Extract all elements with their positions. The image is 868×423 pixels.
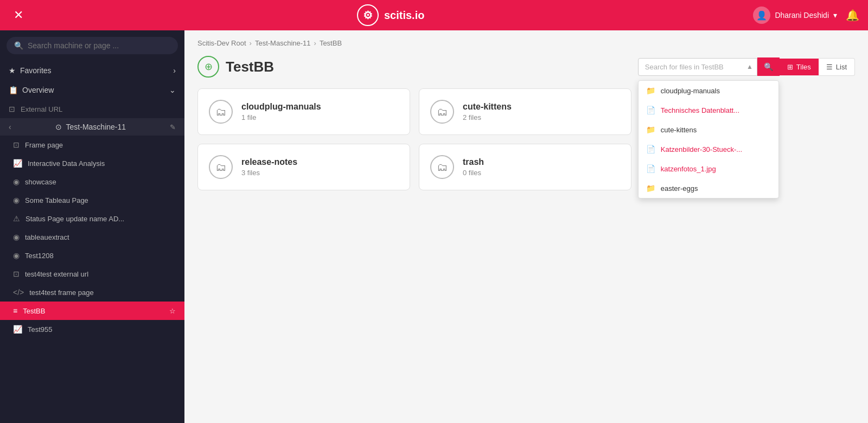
overview-label: Overview (22, 86, 54, 94)
sidebar-item-tableauextract[interactable]: ◉tableauextract (0, 228, 184, 246)
machine-name-area: ⊙ Test-Maschine-11 (55, 123, 126, 131)
sidebar: 🔍 ★ Favorites › 📋 Overview ⌄ ⊡ External … (0, 30, 184, 423)
favorites-section[interactable]: ★ Favorites › (0, 61, 184, 80)
nav-items-list: ⊡Frame page📈Interactive Data Analysis◉sh… (0, 136, 184, 338)
dropdown-item-cloudplug-manuals-folder[interactable]: 📁cloudplug-manuals (639, 81, 778, 100)
machine-actions: ✎ (170, 123, 176, 131)
tiles-grid-icon: ⊞ (787, 63, 793, 71)
tile-info: cloudplug-manuals1 file (241, 102, 321, 121)
search-icon: 🔍 (14, 41, 23, 50)
sidebar-item-label: TestBB (23, 307, 164, 315)
folder-icon: 📁 (646, 125, 655, 134)
tile-release-notes[interactable]: 🗂release-notes3 files (197, 144, 410, 190)
sidebar-item-showcase[interactable]: ◉showcase (0, 172, 184, 191)
tiles-view-button[interactable]: ⊞ Tiles (780, 59, 819, 75)
machine-row: ‹ ⊙ Test-Maschine-11 ✎ (0, 118, 184, 136)
dropdown-item-cute-kittens-folder[interactable]: 📁cute-kittens (639, 120, 778, 139)
search-input[interactable] (28, 41, 170, 50)
notifications-bell-icon[interactable]: 🔔 (846, 9, 859, 22)
list-view-button[interactable]: ☰ List (819, 58, 855, 76)
list-label: List (836, 63, 847, 71)
breadcrumb-machine[interactable]: Test-Maschine-11 (255, 39, 311, 47)
tiles-grid: 🗂cloudplug-manuals1 file🗂cute-kittens2 f… (197, 88, 631, 190)
file-search-input[interactable] (638, 58, 757, 76)
some-tableau-page-icon: ◉ (13, 196, 20, 204)
tile-count: 0 files (463, 169, 484, 177)
sidebar-item-test955[interactable]: 📈Test955 (0, 320, 184, 338)
chevron-down-icon: ▾ (833, 11, 837, 20)
sidebar-item-status-page[interactable]: ⚠Status Page update name AD... (0, 209, 184, 228)
file-icon: 📄 (646, 106, 655, 114)
sidebar-item-test4test-external-url[interactable]: ⊡test4test external url (0, 265, 184, 283)
file-icon: 📄 (646, 164, 655, 173)
avatar: 👤 (753, 7, 770, 24)
user-name: Dharani Deshidi (775, 11, 829, 20)
test1208-icon: ◉ (13, 251, 20, 260)
page-title-area: ⊕ TestBB (197, 56, 274, 78)
sidebar-item-test4test-frame-page[interactable]: </>test4test frame page (0, 283, 184, 302)
dropdown-item-label: Technisches Datenblatt... (661, 106, 739, 114)
tile-trash[interactable]: 🗂trash0 files (419, 144, 631, 190)
search-dropdown-toggle[interactable]: ▲ (746, 63, 753, 70)
overview-section[interactable]: 📋 Overview ⌄ (0, 80, 184, 100)
app-header: ✕ ⚙ scitis.io 👤 Dharani Deshidi ▾ 🔔 (0, 0, 868, 30)
sidebar-item-label: Frame page (25, 141, 176, 149)
edit-icon[interactable]: ✎ (170, 123, 176, 131)
sidebar-item-testbb[interactable]: ≡TestBB☆ (0, 302, 184, 320)
tile-name: cloudplug-manuals (241, 102, 321, 112)
chevron-right-icon: › (173, 66, 176, 75)
search-button[interactable]: 🔍 (757, 57, 780, 76)
sidebar-item-external-url[interactable]: ⊡ External URL (0, 100, 184, 118)
tile-cloudplug-manuals[interactable]: 🗂cloudplug-manuals1 file (197, 88, 410, 135)
sidebar-item-frame-page[interactable]: ⊡Frame page (0, 136, 184, 154)
dropdown-item-label: cute-kittens (661, 126, 697, 134)
collapse-icon[interactable]: ‹ (9, 123, 11, 131)
tile-info: trash0 files (463, 157, 484, 177)
test4test-frame-page-icon: </> (13, 288, 24, 297)
dropdown-item-label: Katzenbilder-30-Stueck-... (661, 145, 742, 153)
dropdown-item-katzenbilder[interactable]: 📄Katzenbilder-30-Stueck-... (639, 139, 778, 159)
search-filter-area: ▲ 🔍 ⊞ Tiles ☰ List 📁cloudplug-manuals📄Te… (638, 57, 855, 76)
header-right: 👤 Dharani Deshidi ▾ 🔔 (753, 7, 859, 24)
sidebar-item-interactive-data-analysis[interactable]: 📈Interactive Data Analysis (0, 154, 184, 172)
tile-cute-kittens[interactable]: 🗂cute-kittens2 files (419, 88, 631, 135)
list-icon: ☰ (826, 63, 833, 71)
folder-icon: 🗂 (209, 100, 233, 124)
folder-icon: 🗂 (209, 155, 233, 179)
file-search-container: ▲ (638, 58, 757, 76)
logo-circle: ⚙ (357, 4, 379, 26)
frame-page-icon: ⊡ (13, 140, 20, 149)
favorite-star-icon[interactable]: ☆ (169, 307, 176, 315)
page-icon: ⊕ (197, 56, 219, 78)
gear-icon: ⚙ (363, 9, 373, 22)
search-box[interactable]: 🔍 (7, 37, 178, 54)
breadcrumb-root[interactable]: Scitis-Dev Root (197, 39, 246, 47)
tile-count: 3 files (241, 169, 297, 177)
sidebar-item-label: Test1208 (25, 252, 176, 260)
sidebar-item-test1208[interactable]: ◉Test1208 (0, 246, 184, 265)
folder-icon: 📁 (646, 184, 655, 193)
dropdown-item-easter-eggs[interactable]: 📁easter-eggs (639, 178, 778, 198)
favorites-label: Favorites (20, 66, 52, 75)
showcase-icon: ◉ (13, 177, 20, 186)
file-icon: 📄 (646, 145, 655, 153)
overview-icon: 📋 (9, 86, 18, 94)
sidebar-item-some-tableau-page[interactable]: ◉Some Tableau Page (0, 191, 184, 209)
breadcrumb: Scitis-Dev Root › Test-Maschine-11 › Tes… (197, 39, 855, 47)
dropdown-item-technisches-datenblatt[interactable]: 📄Technisches Datenblatt... (639, 100, 778, 120)
test4test-external-url-icon: ⊡ (13, 270, 20, 278)
page-header: ⊕ TestBB ▲ 🔍 ⊞ Tiles ☰ List (197, 56, 855, 78)
interactive-data-analysis-icon: 📈 (13, 159, 22, 168)
tile-info: cute-kittens2 files (463, 102, 512, 121)
tile-count: 1 file (241, 113, 321, 121)
breadcrumb-current: TestBB (320, 39, 342, 47)
sidebar-item-label: tableauextract (25, 233, 176, 241)
dropdown-item-katzenfotos[interactable]: 📄katzenfotos_1.jpg (639, 159, 778, 178)
sidebar-item-label: Some Tableau Page (25, 196, 176, 204)
user-menu[interactable]: 👤 Dharani Deshidi ▾ (753, 7, 837, 24)
folder-icon: 🗂 (430, 100, 454, 124)
header-left: ✕ (9, 5, 28, 25)
tableauextract-icon: ◉ (13, 233, 20, 241)
close-button[interactable]: ✕ (9, 5, 28, 25)
sidebar-item-label: test4test frame page (29, 289, 176, 297)
